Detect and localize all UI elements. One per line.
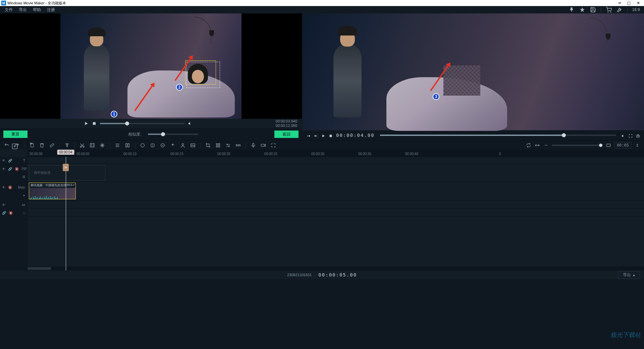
- source-video-frame[interactable]: 1 2: [0, 13, 302, 119]
- volume-icon[interactable]: [188, 121, 193, 126]
- stop-button[interactable]: [92, 121, 97, 126]
- cart-icon[interactable]: [606, 7, 612, 13]
- adjustments-icon[interactable]: [225, 143, 231, 148]
- list-icon[interactable]: [115, 143, 120, 148]
- similarity-slider[interactable]: [148, 134, 198, 135]
- video-clip[interactable]: 腾讯视频 - 中国领先的在线 00:0 ⤢: [29, 183, 76, 199]
- picture-icon[interactable]: [190, 143, 196, 148]
- scrollbar-thumb[interactable]: [28, 267, 51, 270]
- color-icon[interactable]: 888: [235, 143, 241, 148]
- volume-icon[interactable]: [621, 133, 625, 137]
- pip-track-header: 👁 🔗 🔇 PIP ⊞: [0, 164, 27, 182]
- eye-icon[interactable]: 👁: [2, 186, 5, 189]
- text-icon[interactable]: [64, 143, 70, 148]
- camera-icon[interactable]: [261, 143, 266, 148]
- next-frame-button[interactable]: [314, 133, 318, 137]
- play-button[interactable]: [84, 121, 89, 126]
- snowflake-icon[interactable]: [100, 143, 105, 148]
- timeline-horizontal-scrollbar[interactable]: [28, 266, 644, 270]
- target-icon[interactable]: [271, 143, 276, 148]
- lock-icon[interactable]: 🔗: [8, 167, 12, 171]
- svg-point-13: [141, 143, 145, 147]
- circle1-icon[interactable]: [140, 143, 145, 148]
- cut-icon[interactable]: [79, 143, 85, 148]
- grid-icon[interactable]: [215, 143, 221, 148]
- person-icon[interactable]: [180, 143, 185, 148]
- circle2-icon[interactable]: [150, 143, 155, 148]
- wrench-icon[interactable]: [616, 7, 623, 13]
- mute-icon[interactable]: 🔇: [9, 211, 13, 215]
- svg-rect-20: [216, 146, 218, 147]
- pin-icon[interactable]: [569, 7, 575, 13]
- svg-rect-19: [218, 143, 220, 145]
- pip-track[interactable]: 画中画轨道: [28, 164, 644, 182]
- link-track[interactable]: [28, 201, 644, 209]
- menu-file[interactable]: 文件: [5, 7, 13, 13]
- play-small-icon[interactable]: ▸: [23, 193, 25, 197]
- aspect-ratio-label[interactable]: 16:9: [632, 7, 640, 13]
- pip-menu-icon[interactable]: ⊞: [22, 175, 25, 179]
- audio-track[interactable]: [28, 209, 644, 217]
- text-track[interactable]: [28, 157, 644, 164]
- zoom-out-icon[interactable]: −: [543, 143, 549, 148]
- ruler-tick: 00:00:25: [264, 152, 277, 156]
- main-track[interactable]: 腾讯视频 - 中国领先的在线 00:0 ⤢: [28, 182, 644, 201]
- source-seek-slider[interactable]: [100, 123, 184, 124]
- save-icon[interactable]: [590, 7, 596, 13]
- export-button[interactable]: 导出 ▴: [618, 271, 640, 279]
- clip-expand-icon[interactable]: ⤢: [72, 183, 75, 188]
- link-icon[interactable]: [49, 143, 55, 148]
- selection-box-inner[interactable]: [186, 62, 220, 88]
- play-button[interactable]: [321, 133, 325, 137]
- mic-icon[interactable]: [251, 143, 256, 148]
- stepper-icon[interactable]: [635, 143, 640, 148]
- snapshot-icon[interactable]: [636, 133, 640, 137]
- film-icon[interactable]: [90, 143, 95, 148]
- timeline-ruler[interactable]: 00:00:00 00:00:05 00:00:10 00:00:15 00:0…: [28, 150, 644, 157]
- maximize-button[interactable]: ▢: [627, 1, 631, 5]
- fit-screen-icon[interactable]: [606, 143, 611, 148]
- bowtie-icon[interactable]: ⋈: [22, 203, 25, 207]
- clipboard-icon[interactable]: [29, 143, 35, 148]
- stop-button[interactable]: [329, 133, 333, 137]
- lock-icon[interactable]: 🔗: [8, 159, 12, 162]
- undo-icon[interactable]: [4, 143, 9, 148]
- sparkle-icon[interactable]: [170, 143, 175, 148]
- mosaic-region: [443, 65, 480, 96]
- reset-button[interactable]: 重置: [3, 131, 28, 138]
- close-button[interactable]: ✕: [637, 1, 640, 5]
- eye-icon[interactable]: 👁: [2, 167, 5, 171]
- columns-icon[interactable]: [125, 143, 130, 148]
- playhead-time-badge[interactable]: 00:00:04: [57, 150, 74, 155]
- playhead-line[interactable]: [66, 157, 66, 270]
- mute-icon[interactable]: 🔇: [15, 167, 19, 171]
- mute-icon[interactable]: 🔇: [8, 186, 12, 189]
- trash-icon[interactable]: [39, 143, 45, 148]
- refresh-icon[interactable]: [526, 143, 531, 148]
- menu-help[interactable]: 帮助: [33, 7, 41, 13]
- fullscreen-icon[interactable]: [629, 133, 633, 137]
- eye-icon[interactable]: 👁: [2, 159, 5, 162]
- circle3-icon[interactable]: [160, 143, 165, 148]
- fit-icon[interactable]: [535, 143, 540, 148]
- back-button[interactable]: 返回: [274, 131, 299, 138]
- playhead-scissors-icon[interactable]: ✂: [63, 164, 69, 171]
- output-seek-slider[interactable]: [380, 135, 616, 136]
- clip-time: 00:0: [66, 183, 72, 188]
- zoom-value[interactable]: 00:05: [614, 142, 631, 148]
- lock-icon[interactable]: 🔗: [2, 211, 6, 215]
- zoom-slider[interactable]: [552, 145, 602, 146]
- music-note-icon[interactable]: ♫: [23, 211, 25, 215]
- minimize-button[interactable]: ━: [619, 1, 621, 5]
- menu-export[interactable]: 导出: [19, 7, 27, 13]
- source-player-controls: 00:00:03.840 00:00:12.080: [0, 119, 302, 128]
- crop-icon[interactable]: [205, 143, 211, 148]
- clip-title: 腾讯视频 - 中国领先的在线: [31, 183, 66, 188]
- eye-icon[interactable]: 👁: [2, 203, 5, 207]
- output-video-frame[interactable]: 3: [303, 13, 644, 130]
- star-icon[interactable]: [579, 7, 585, 13]
- menu-register[interactable]: 注册: [47, 7, 55, 13]
- add-track-button[interactable]: [11, 143, 18, 150]
- track-area[interactable]: 画中画轨道 腾讯视频 - 中国领先的在线 00:0 ⤢: [28, 157, 644, 270]
- prev-frame-button[interactable]: [307, 133, 311, 137]
